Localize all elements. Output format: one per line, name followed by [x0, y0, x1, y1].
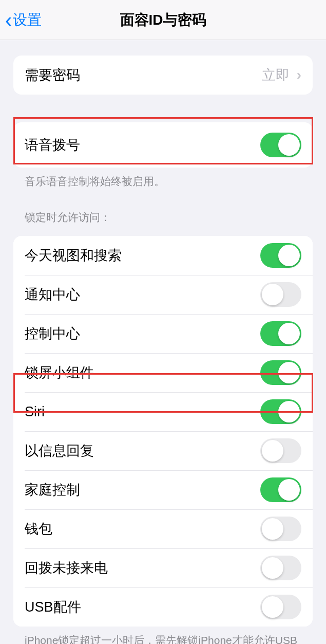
lock-access-row: 今天视图和搜索: [13, 236, 313, 275]
voice-dial-group: 语音拨号: [13, 122, 313, 168]
lock-access-toggle[interactable]: [260, 399, 301, 424]
lock-access-row: USB配件: [13, 587, 313, 627]
toggle-knob: [262, 596, 283, 618]
voice-dial-footer: 音乐语音控制将始终被启用。: [13, 168, 313, 189]
lock-access-toggle[interactable]: [260, 438, 301, 463]
voice-dial-toggle[interactable]: [260, 133, 301, 157]
lock-access-toggle[interactable]: [260, 517, 301, 541]
toggle-knob: [262, 557, 283, 579]
require-passcode-value: 立即 ›: [262, 66, 301, 84]
lock-access-header: 锁定时允许访问：: [13, 189, 313, 230]
lock-access-toggle[interactable]: [260, 477, 301, 502]
lock-access-row: 控制中心: [13, 314, 313, 353]
toggle-knob: [278, 323, 300, 344]
toggle-knob: [262, 284, 283, 305]
lock-access-toggle[interactable]: [260, 595, 301, 619]
lock-access-label: USB配件: [25, 598, 81, 616]
toggle-knob: [262, 440, 283, 462]
lock-access-label: 钱包: [25, 520, 52, 538]
lock-access-row: 钱包: [13, 509, 313, 548]
lock-access-row: 通知中心: [13, 275, 313, 314]
back-label: 设置: [13, 10, 42, 30]
lock-access-row: 回拨未接来电: [13, 548, 313, 587]
voice-dial-row: 语音拨号: [13, 122, 313, 168]
lock-access-label: 锁屏小组件: [25, 363, 94, 382]
toggle-knob: [278, 362, 300, 383]
passcode-group: 需要密码 立即 ›: [13, 56, 313, 95]
lock-access-row: 家庭控制: [13, 470, 313, 509]
lock-access-toggle[interactable]: [260, 282, 301, 307]
toggle-knob: [278, 134, 300, 156]
lock-access-label: 回拨未接来电: [25, 559, 108, 577]
lock-access-label: 今天视图和搜索: [25, 246, 122, 265]
back-button[interactable]: ‹ 设置: [0, 10, 42, 30]
lock-access-toggle[interactable]: [260, 556, 301, 580]
lock-access-group: 今天视图和搜索通知中心控制中心锁屏小组件Siri以信息回复家庭控制钱包回拨未接来…: [13, 236, 313, 627]
page-title: 面容ID与密码: [120, 10, 206, 30]
lock-access-label: 控制中心: [25, 324, 80, 343]
toggle-knob: [278, 479, 300, 501]
toggle-knob: [262, 518, 283, 540]
require-passcode-label: 需要密码: [25, 66, 80, 84]
chevron-left-icon: ‹: [5, 10, 12, 30]
toggle-knob: [278, 401, 300, 422]
lock-access-label: 通知中心: [25, 285, 80, 304]
lock-access-label: 家庭控制: [25, 481, 80, 499]
lock-access-label: 以信息回复: [25, 441, 94, 460]
lock-access-toggle[interactable]: [260, 360, 301, 385]
lock-access-toggle[interactable]: [260, 321, 301, 346]
lock-access-row: Siri: [13, 392, 313, 431]
toggle-knob: [278, 245, 300, 266]
lock-access-label: Siri: [25, 404, 45, 420]
lock-access-toggle[interactable]: [260, 243, 301, 268]
navigation-bar: ‹ 设置 面容ID与密码: [0, 0, 326, 40]
require-passcode-row[interactable]: 需要密码 立即 ›: [13, 56, 313, 95]
lock-access-footer: iPhone锁定超过一小时后，需先解锁iPhone才能允许USB配件连接。: [13, 627, 313, 644]
lock-access-row: 锁屏小组件: [13, 353, 313, 392]
voice-dial-label: 语音拨号: [25, 136, 80, 154]
lock-access-row: 以信息回复: [13, 431, 313, 470]
chevron-right-icon: ›: [297, 67, 301, 83]
